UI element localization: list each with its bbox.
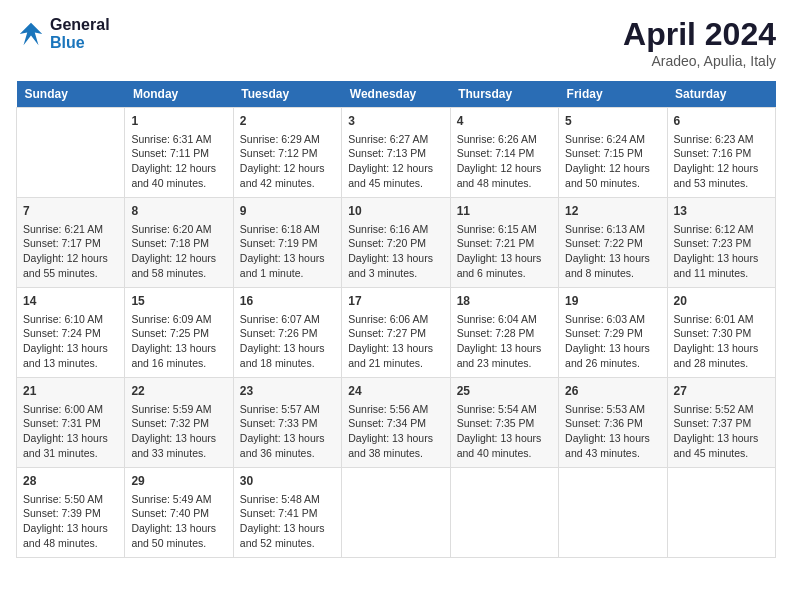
day-number: 1 (131, 113, 226, 130)
day-info: Sunrise: 5:53 AMSunset: 7:36 PMDaylight:… (565, 402, 660, 461)
col-header-thursday: Thursday (450, 81, 558, 108)
day-info: Sunrise: 5:49 AMSunset: 7:40 PMDaylight:… (131, 492, 226, 551)
day-cell: 18Sunrise: 6:04 AMSunset: 7:28 PMDayligh… (450, 288, 558, 378)
day-info: Sunrise: 6:18 AMSunset: 7:19 PMDaylight:… (240, 222, 335, 281)
logo-icon (16, 19, 46, 49)
day-cell: 12Sunrise: 6:13 AMSunset: 7:22 PMDayligh… (559, 198, 667, 288)
day-cell: 14Sunrise: 6:10 AMSunset: 7:24 PMDayligh… (17, 288, 125, 378)
day-info: Sunrise: 6:27 AMSunset: 7:13 PMDaylight:… (348, 132, 443, 191)
day-info: Sunrise: 6:24 AMSunset: 7:15 PMDaylight:… (565, 132, 660, 191)
day-cell: 17Sunrise: 6:06 AMSunset: 7:27 PMDayligh… (342, 288, 450, 378)
month-title: April 2024 (623, 16, 776, 53)
day-info: Sunrise: 5:56 AMSunset: 7:34 PMDaylight:… (348, 402, 443, 461)
day-info: Sunrise: 6:26 AMSunset: 7:14 PMDaylight:… (457, 132, 552, 191)
day-cell: 9Sunrise: 6:18 AMSunset: 7:19 PMDaylight… (233, 198, 341, 288)
day-cell: 13Sunrise: 6:12 AMSunset: 7:23 PMDayligh… (667, 198, 775, 288)
day-number: 8 (131, 203, 226, 220)
day-number: 13 (674, 203, 769, 220)
day-info: Sunrise: 6:10 AMSunset: 7:24 PMDaylight:… (23, 312, 118, 371)
day-info: Sunrise: 6:09 AMSunset: 7:25 PMDaylight:… (131, 312, 226, 371)
day-number: 3 (348, 113, 443, 130)
day-number: 7 (23, 203, 118, 220)
day-cell: 25Sunrise: 5:54 AMSunset: 7:35 PMDayligh… (450, 378, 558, 468)
calendar-body: 1Sunrise: 6:31 AMSunset: 7:11 PMDaylight… (17, 108, 776, 558)
day-cell (450, 468, 558, 558)
day-cell: 15Sunrise: 6:09 AMSunset: 7:25 PMDayligh… (125, 288, 233, 378)
day-number: 14 (23, 293, 118, 310)
day-cell: 2Sunrise: 6:29 AMSunset: 7:12 PMDaylight… (233, 108, 341, 198)
location-subtitle: Aradeo, Apulia, Italy (623, 53, 776, 69)
col-header-sunday: Sunday (17, 81, 125, 108)
day-number: 19 (565, 293, 660, 310)
day-number: 18 (457, 293, 552, 310)
day-cell: 28Sunrise: 5:50 AMSunset: 7:39 PMDayligh… (17, 468, 125, 558)
day-cell: 1Sunrise: 6:31 AMSunset: 7:11 PMDaylight… (125, 108, 233, 198)
day-info: Sunrise: 6:29 AMSunset: 7:12 PMDaylight:… (240, 132, 335, 191)
day-info: Sunrise: 6:07 AMSunset: 7:26 PMDaylight:… (240, 312, 335, 371)
day-number: 27 (674, 383, 769, 400)
day-info: Sunrise: 6:21 AMSunset: 7:17 PMDaylight:… (23, 222, 118, 281)
day-number: 5 (565, 113, 660, 130)
day-number: 16 (240, 293, 335, 310)
day-cell: 27Sunrise: 5:52 AMSunset: 7:37 PMDayligh… (667, 378, 775, 468)
day-cell: 8Sunrise: 6:20 AMSunset: 7:18 PMDaylight… (125, 198, 233, 288)
day-number: 12 (565, 203, 660, 220)
day-number: 20 (674, 293, 769, 310)
day-number: 24 (348, 383, 443, 400)
logo-text: General Blue (50, 16, 110, 52)
day-cell: 29Sunrise: 5:49 AMSunset: 7:40 PMDayligh… (125, 468, 233, 558)
day-cell: 22Sunrise: 5:59 AMSunset: 7:32 PMDayligh… (125, 378, 233, 468)
day-number: 2 (240, 113, 335, 130)
day-cell: 6Sunrise: 6:23 AMSunset: 7:16 PMDaylight… (667, 108, 775, 198)
day-info: Sunrise: 5:57 AMSunset: 7:33 PMDaylight:… (240, 402, 335, 461)
col-header-monday: Monday (125, 81, 233, 108)
svg-marker-0 (20, 23, 43, 46)
day-cell: 21Sunrise: 6:00 AMSunset: 7:31 PMDayligh… (17, 378, 125, 468)
day-number: 15 (131, 293, 226, 310)
day-number: 4 (457, 113, 552, 130)
day-number: 11 (457, 203, 552, 220)
day-info: Sunrise: 6:01 AMSunset: 7:30 PMDaylight:… (674, 312, 769, 371)
day-info: Sunrise: 6:06 AMSunset: 7:27 PMDaylight:… (348, 312, 443, 371)
day-info: Sunrise: 6:13 AMSunset: 7:22 PMDaylight:… (565, 222, 660, 281)
day-info: Sunrise: 6:00 AMSunset: 7:31 PMDaylight:… (23, 402, 118, 461)
day-cell: 5Sunrise: 6:24 AMSunset: 7:15 PMDaylight… (559, 108, 667, 198)
day-info: Sunrise: 6:23 AMSunset: 7:16 PMDaylight:… (674, 132, 769, 191)
day-number: 29 (131, 473, 226, 490)
col-header-wednesday: Wednesday (342, 81, 450, 108)
day-number: 10 (348, 203, 443, 220)
day-number: 26 (565, 383, 660, 400)
day-info: Sunrise: 5:50 AMSunset: 7:39 PMDaylight:… (23, 492, 118, 551)
day-cell: 3Sunrise: 6:27 AMSunset: 7:13 PMDaylight… (342, 108, 450, 198)
day-info: Sunrise: 6:12 AMSunset: 7:23 PMDaylight:… (674, 222, 769, 281)
header-row: SundayMondayTuesdayWednesdayThursdayFrid… (17, 81, 776, 108)
day-cell: 11Sunrise: 6:15 AMSunset: 7:21 PMDayligh… (450, 198, 558, 288)
page-header: General Blue April 2024 Aradeo, Apulia, … (16, 16, 776, 69)
day-cell: 26Sunrise: 5:53 AMSunset: 7:36 PMDayligh… (559, 378, 667, 468)
day-cell: 30Sunrise: 5:48 AMSunset: 7:41 PMDayligh… (233, 468, 341, 558)
day-cell: 10Sunrise: 6:16 AMSunset: 7:20 PMDayligh… (342, 198, 450, 288)
col-header-tuesday: Tuesday (233, 81, 341, 108)
day-cell (559, 468, 667, 558)
calendar-table: SundayMondayTuesdayWednesdayThursdayFrid… (16, 81, 776, 558)
day-number: 9 (240, 203, 335, 220)
week-row-1: 1Sunrise: 6:31 AMSunset: 7:11 PMDaylight… (17, 108, 776, 198)
title-block: April 2024 Aradeo, Apulia, Italy (623, 16, 776, 69)
week-row-2: 7Sunrise: 6:21 AMSunset: 7:17 PMDaylight… (17, 198, 776, 288)
day-number: 28 (23, 473, 118, 490)
day-cell (342, 468, 450, 558)
week-row-4: 21Sunrise: 6:00 AMSunset: 7:31 PMDayligh… (17, 378, 776, 468)
day-cell: 24Sunrise: 5:56 AMSunset: 7:34 PMDayligh… (342, 378, 450, 468)
day-number: 30 (240, 473, 335, 490)
day-info: Sunrise: 5:59 AMSunset: 7:32 PMDaylight:… (131, 402, 226, 461)
day-cell: 20Sunrise: 6:01 AMSunset: 7:30 PMDayligh… (667, 288, 775, 378)
day-number: 17 (348, 293, 443, 310)
day-cell: 4Sunrise: 6:26 AMSunset: 7:14 PMDaylight… (450, 108, 558, 198)
day-info: Sunrise: 6:20 AMSunset: 7:18 PMDaylight:… (131, 222, 226, 281)
day-info: Sunrise: 5:48 AMSunset: 7:41 PMDaylight:… (240, 492, 335, 551)
day-number: 22 (131, 383, 226, 400)
day-number: 25 (457, 383, 552, 400)
day-info: Sunrise: 6:16 AMSunset: 7:20 PMDaylight:… (348, 222, 443, 281)
day-cell: 19Sunrise: 6:03 AMSunset: 7:29 PMDayligh… (559, 288, 667, 378)
calendar-header: SundayMondayTuesdayWednesdayThursdayFrid… (17, 81, 776, 108)
